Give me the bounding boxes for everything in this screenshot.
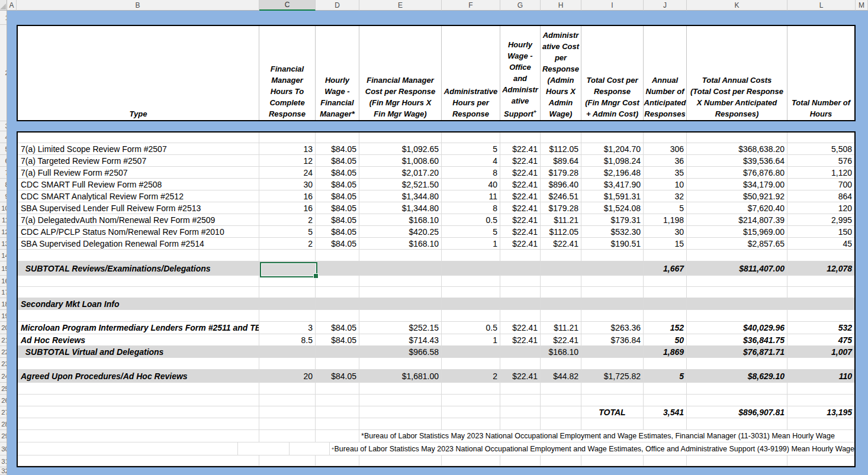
cell-E19[interactable] xyxy=(359,310,442,321)
cell-D25[interactable] xyxy=(316,383,359,394)
cell-H31[interactable] xyxy=(541,455,581,466)
cell-B12[interactable]: CDC ALP/PCLP Status Nom/Renewal Rev Form… xyxy=(18,226,259,237)
cell-K6[interactable]: $39,536.64 xyxy=(687,155,787,166)
cell-B23[interactable] xyxy=(18,358,259,369)
cell-G10[interactable]: $22.41 xyxy=(500,202,541,214)
row-header-27[interactable]: 27 xyxy=(0,406,7,418)
column-header-K[interactable]: K xyxy=(687,0,787,11)
cell-J7[interactable]: 35 xyxy=(644,167,687,178)
cell-L25[interactable] xyxy=(787,383,854,394)
cell-I15[interactable] xyxy=(581,261,644,275)
header-cell-K[interactable]: Total Annual Costs (Total Cost per Respo… xyxy=(687,26,787,120)
cell-C6[interactable]: 12 xyxy=(259,155,316,166)
cell-B8[interactable]: CDC SMART Full Review Form #2508 xyxy=(18,179,259,190)
cell-L31[interactable] xyxy=(787,455,854,466)
cell-D8[interactable]: $84.05 xyxy=(316,179,359,190)
cell-G12[interactable]: $22.41 xyxy=(500,226,541,237)
row-header-7[interactable]: 7 xyxy=(0,167,7,179)
cell-I25[interactable] xyxy=(581,383,644,394)
row-header-30[interactable]: 30 xyxy=(0,442,7,455)
cell-H16[interactable] xyxy=(541,276,581,286)
cell-H9[interactable]: $246.51 xyxy=(541,190,581,202)
row-header-24[interactable]: 24 xyxy=(0,370,7,383)
cell-B17[interactable] xyxy=(18,287,259,298)
column-header-A[interactable]: A xyxy=(7,0,17,11)
cell-H28[interactable] xyxy=(541,418,581,429)
cell-E20[interactable]: $252.15 xyxy=(359,322,442,334)
cell-D22[interactable] xyxy=(316,346,359,357)
header-cell-L[interactable]: Total Number of Hours xyxy=(787,26,854,120)
cell-F17[interactable] xyxy=(442,287,500,298)
cell-E21[interactable]: $714.43 xyxy=(359,334,442,345)
cell-F10[interactable]: 8 xyxy=(442,202,500,214)
cell-J15[interactable]: 1,667 xyxy=(644,261,687,275)
cell-I20[interactable]: $263.36 xyxy=(581,322,644,334)
cell-I9[interactable]: $1,591.31 xyxy=(581,190,644,202)
cell-I12[interactable]: $532.30 xyxy=(581,226,644,237)
cell-E6[interactable]: $1,008.60 xyxy=(359,155,442,166)
column-header-E[interactable]: E xyxy=(359,0,442,11)
cell-H27[interactable] xyxy=(541,406,581,418)
cell-I16[interactable] xyxy=(581,276,644,286)
cell-E10[interactable]: $1,344.80 xyxy=(359,202,442,214)
cell-C31[interactable] xyxy=(259,455,316,466)
cell-B18[interactable]: Secondary Mkt Loan Info xyxy=(18,298,259,309)
fill-handle[interactable] xyxy=(313,273,319,279)
cell-F9[interactable]: 11 xyxy=(442,190,500,202)
cell-I4[interactable] xyxy=(581,133,644,143)
row-header-5[interactable]: 5 xyxy=(0,143,7,155)
row-header-3[interactable]: 3 xyxy=(0,121,7,131)
cell-C21[interactable]: 8.5 xyxy=(259,334,316,345)
cell-F26[interactable] xyxy=(442,395,500,406)
cell-F18[interactable] xyxy=(442,298,500,309)
cell-I18[interactable] xyxy=(581,298,644,309)
cell-D19[interactable] xyxy=(316,310,359,321)
row-header-16[interactable]: 16 xyxy=(0,276,7,287)
cell-C25[interactable] xyxy=(259,383,316,394)
cell-F13[interactable]: 1 xyxy=(442,238,500,249)
header-cell-J[interactable]: Annual Number of Anticipated Responses xyxy=(644,26,687,120)
cell-D24[interactable]: $84.05 xyxy=(316,370,359,382)
cell-H23[interactable] xyxy=(541,358,581,369)
cell-J6[interactable]: 36 xyxy=(644,155,687,166)
cell-E5[interactable]: $1,092.65 xyxy=(359,143,442,154)
row-header-22[interactable]: 22 xyxy=(0,346,7,358)
cell-G7[interactable]: $22.41 xyxy=(500,167,541,178)
cell-E12[interactable]: $420.25 xyxy=(359,226,442,237)
cell-H22[interactable]: $168.10 xyxy=(541,346,581,357)
cell-C30[interactable] xyxy=(238,442,290,455)
row-header-9[interactable]: 9 xyxy=(0,190,7,202)
row-header-21[interactable]: 21 xyxy=(0,334,7,346)
cell-E28[interactable] xyxy=(359,418,442,429)
cell-F28[interactable] xyxy=(442,418,500,429)
cell-D18[interactable] xyxy=(316,298,359,309)
cell-J13[interactable]: 15 xyxy=(644,238,687,249)
cell-H15[interactable] xyxy=(541,261,581,275)
row-header-25[interactable]: 25 xyxy=(0,383,7,395)
cell-G31[interactable] xyxy=(500,455,541,466)
cell-F5[interactable]: 5 xyxy=(442,143,500,154)
cell-B9[interactable]: CDC SMART Analytical Review Form #2512 xyxy=(18,190,259,202)
cell-K18[interactable] xyxy=(687,298,787,309)
cell-L16[interactable] xyxy=(787,276,854,286)
cell-J25[interactable] xyxy=(644,383,687,394)
cell-H14[interactable] xyxy=(541,250,581,261)
cell-L28[interactable] xyxy=(787,418,854,429)
cell-K13[interactable]: $2,857.65 xyxy=(687,238,787,249)
cell-F7[interactable]: 8 xyxy=(442,167,500,178)
cell-C10[interactable]: 16 xyxy=(259,202,316,214)
cell-E22[interactable]: $966.58 xyxy=(359,346,442,357)
cell-L13[interactable]: 45 xyxy=(787,238,854,249)
cell-B10[interactable]: SBA Supervised Lender Full Reivew Form #… xyxy=(18,202,259,214)
row-header-28[interactable]: 28 xyxy=(0,418,7,430)
cell-J9[interactable]: 32 xyxy=(644,190,687,202)
cell-F14[interactable] xyxy=(442,250,500,261)
cell-G23[interactable] xyxy=(500,358,541,369)
cell-J8[interactable]: 10 xyxy=(644,179,687,190)
cell-J16[interactable] xyxy=(644,276,687,286)
cell-H6[interactable]: $89.64 xyxy=(541,155,581,166)
cell-C18[interactable] xyxy=(259,298,316,309)
cell-G24[interactable]: $22.41 xyxy=(500,370,541,382)
cell-F23[interactable] xyxy=(442,358,500,369)
cell-G13[interactable]: $22.41 xyxy=(500,238,541,249)
